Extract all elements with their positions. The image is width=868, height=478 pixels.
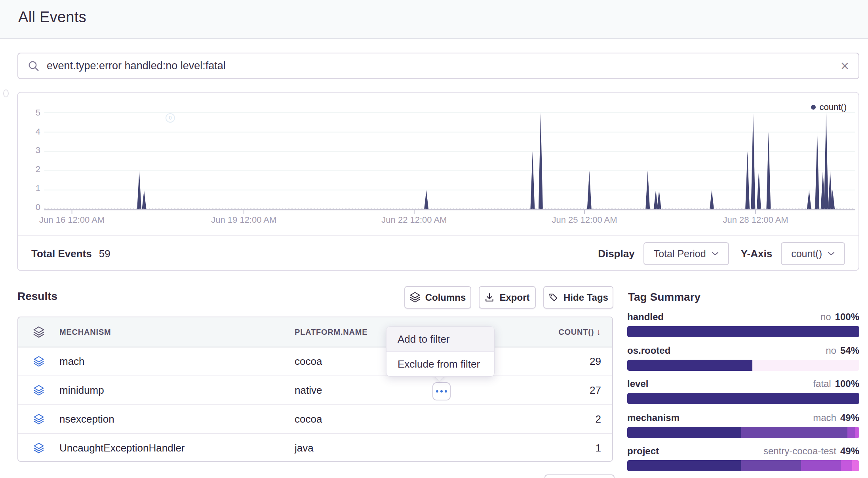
mechanism-cell[interactable]: mach — [59, 355, 295, 368]
chart-spike — [657, 190, 661, 209]
mechanism-cell[interactable]: UncaughtExceptionHandler — [59, 442, 295, 454]
chart-spike — [807, 190, 811, 209]
platform-cell[interactable]: cocoa — [295, 413, 511, 425]
tag-top-value: no — [820, 311, 831, 322]
tag-bar-segment[interactable] — [741, 460, 801, 471]
count-cell[interactable]: 1 — [511, 442, 612, 454]
search-icon — [28, 60, 40, 72]
chart-spike — [539, 113, 543, 209]
tag-top-value: sentry-cocoa-test — [763, 446, 836, 457]
tag-bar-segment[interactable] — [852, 460, 859, 471]
tag-percent: 54% — [840, 345, 859, 356]
table-row[interactable]: nsexceptioncocoa2 — [18, 404, 612, 433]
menu-item-add-to-filter[interactable]: Add to filter — [386, 327, 494, 352]
tag-percent: 100% — [835, 378, 859, 389]
layers-icon — [18, 414, 59, 425]
y-axis-dropdown[interactable]: count() — [781, 242, 845, 265]
layers-icon — [18, 326, 59, 338]
layers-icon — [18, 443, 59, 453]
chart-spike — [824, 113, 828, 209]
columns-button[interactable]: Columns — [404, 286, 471, 309]
chevron-down-icon — [828, 251, 835, 256]
tag-bar-segment[interactable] — [801, 460, 841, 471]
y-tick-label: 0 — [25, 202, 40, 213]
tag-bar-segment[interactable] — [627, 326, 859, 337]
count-cell[interactable]: 29 — [511, 355, 612, 368]
discover-all-events-page: All Events × count() 543210 Jun 16 12:00… — [0, 0, 868, 478]
tag-bar-segment[interactable] — [627, 393, 859, 404]
tag-bar-segment[interactable] — [752, 360, 859, 371]
tag-name: os.rooted — [627, 345, 670, 356]
y-tick-label: 3 — [25, 145, 40, 156]
y-tick-label: 2 — [25, 164, 40, 175]
x-tick-label: Jun 19 12:00 AM — [211, 215, 276, 225]
total-events-label: Total Events — [31, 248, 92, 260]
chart-spike — [142, 190, 146, 209]
tag-percent: 49% — [840, 412, 859, 423]
hide-tags-button-label: Hide Tags — [563, 292, 608, 303]
count-cell[interactable]: 27 — [511, 384, 612, 396]
export-button[interactable]: Export — [479, 286, 536, 309]
y-tick-label: 4 — [25, 126, 40, 137]
tag-bar-segment[interactable] — [841, 460, 852, 471]
chart-plot[interactable] — [44, 108, 855, 215]
page-title: All Events — [18, 9, 86, 26]
tag-item-project: projectsentry-cocoa-test49% — [627, 446, 859, 471]
tag-icon — [548, 292, 558, 302]
tag-item-level: levelfatal100% — [627, 378, 859, 404]
pagination-partial[interactable] — [544, 474, 615, 478]
chart-spike — [530, 152, 535, 209]
platform-cell[interactable]: native — [295, 384, 511, 396]
mechanism-cell[interactable]: minidump — [59, 384, 295, 396]
tag-percent: 100% — [835, 311, 859, 322]
tag-name: handled — [627, 311, 664, 322]
menu-item-exclude-from-filter[interactable]: Exclude from filter — [386, 352, 494, 376]
table-row[interactable]: minidumpnative27 — [18, 376, 612, 404]
chart-spike — [424, 190, 428, 209]
table-header-row: MECHANISM PLATFORM.NAME COUNT()↓ — [18, 317, 612, 347]
ellipsis-dot — [445, 390, 447, 393]
column-header-mechanism[interactable]: MECHANISM — [59, 328, 295, 337]
export-button-label: Export — [499, 292, 529, 303]
tag-bar-segment[interactable] — [627, 460, 741, 471]
tag-distribution-bar[interactable] — [627, 460, 859, 471]
tag-distribution-bar[interactable] — [627, 393, 859, 404]
mechanism-cell[interactable]: nsexception — [59, 413, 295, 425]
tag-distribution-bar[interactable] — [627, 427, 859, 438]
display-label: Display — [598, 248, 635, 260]
ellipsis-dot — [436, 390, 438, 393]
tag-bar-segment[interactable] — [855, 427, 859, 438]
count-cell[interactable]: 2 — [511, 413, 612, 425]
tag-distribution-bar[interactable] — [627, 326, 859, 337]
column-header-count[interactable]: COUNT()↓ — [511, 327, 612, 337]
y-axis-dropdown-value: count() — [791, 248, 822, 260]
clear-search-icon[interactable]: × — [841, 59, 849, 73]
tag-bar-segment[interactable] — [741, 427, 847, 438]
results-heading: Results — [17, 290, 57, 303]
platform-cell[interactable]: java — [295, 442, 511, 454]
chart-spike — [745, 152, 750, 209]
tag-bar-segment[interactable] — [847, 427, 855, 438]
tag-item-mechanism: mechanismmach49% — [627, 412, 859, 438]
chart-spike — [751, 113, 755, 209]
table-row[interactable]: UncaughtExceptionHandlerjava1 — [18, 433, 612, 462]
chart-footer: Total Events 59 Display Total Period Y-A… — [18, 236, 858, 271]
tag-distribution-bar[interactable] — [627, 360, 859, 371]
tag-bar-segment[interactable] — [627, 427, 741, 438]
display-dropdown[interactable]: Total Period — [643, 242, 729, 265]
search-bar[interactable]: × — [17, 53, 859, 79]
search-input[interactable] — [46, 59, 841, 72]
cell-actions-ellipsis-button[interactable] — [432, 382, 451, 400]
tag-name: mechanism — [627, 412, 680, 423]
tag-top-value: fatal — [813, 378, 831, 389]
hide-tags-button[interactable]: Hide Tags — [543, 286, 613, 309]
columns-button-label: Columns — [425, 292, 466, 303]
x-tick-label: Jun 22 12:00 AM — [381, 215, 447, 225]
tag-summary-heading: Tag Summary — [628, 291, 700, 303]
layers-icon — [410, 292, 420, 303]
tag-top-value: no — [826, 345, 836, 356]
x-tick-label: Jun 28 12:00 AM — [723, 215, 788, 225]
tag-item-os.rooted: os.rootedno54% — [627, 345, 859, 371]
table-row[interactable]: machcocoa29 — [18, 347, 612, 376]
tag-bar-segment[interactable] — [627, 360, 752, 371]
